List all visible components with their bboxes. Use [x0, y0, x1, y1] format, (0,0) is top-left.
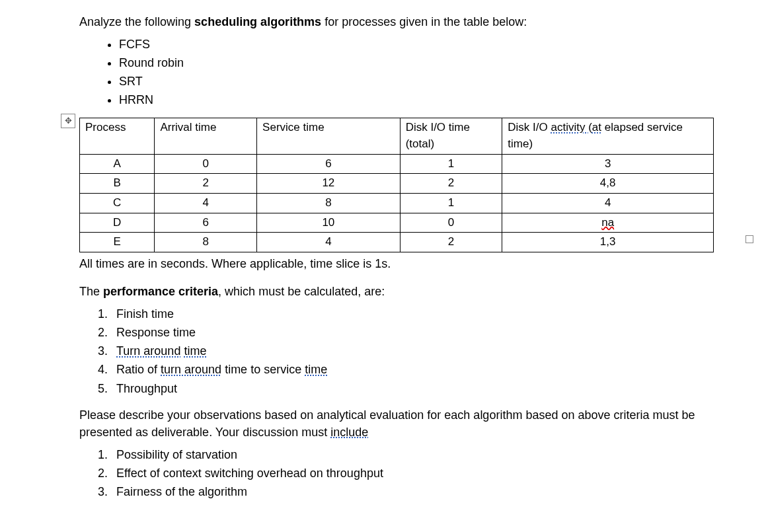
- col-disk-io-total: Disk I/O time (total): [400, 118, 502, 154]
- perf-prefix: The: [79, 285, 103, 298]
- list-item: Ratio of turn around time to service tim…: [111, 361, 744, 378]
- perf-bold: performance criteria: [103, 285, 218, 298]
- cell-io: 2: [400, 233, 502, 252]
- list-item: Effect of context switching overhead on …: [111, 465, 744, 482]
- cell-process: E: [80, 233, 155, 252]
- text: Ratio of: [116, 363, 161, 376]
- list-item: Fairness of the algorithm: [111, 483, 744, 500]
- cell-service: 6: [257, 154, 401, 174]
- criteria-list: Finish time Response time Turn around ti…: [111, 305, 744, 397]
- text: time to service: [221, 363, 305, 376]
- cell-arrival: 2: [155, 174, 257, 194]
- cell-process: D: [80, 213, 155, 233]
- cell-service: 4: [257, 233, 401, 252]
- list-item: FCFS: [119, 36, 744, 53]
- grammar-underlined: time: [184, 344, 206, 358]
- table-body: A 0 6 1 3 B 2 12 2 4,8 C 4 8 1 4 D: [80, 154, 714, 252]
- cell-process: C: [80, 194, 155, 213]
- list-item: HRRN: [119, 91, 744, 108]
- col-disk-io-activity: Disk I/O activity (at elapsed service ti…: [502, 118, 714, 154]
- grammar-underlined: time: [305, 363, 327, 376]
- table-row: C 4 8 1 4: [80, 194, 714, 213]
- list-item: Round robin: [119, 54, 744, 71]
- intro-paragraph: Analyze the following scheduling algorit…: [79, 13, 744, 30]
- cell-activity: 4,8: [502, 174, 714, 194]
- cell-process: A: [80, 154, 155, 174]
- grammar-underlined: include: [330, 426, 368, 439]
- cell-activity: 1,3: [502, 233, 714, 252]
- grammar-underlined: turn around: [161, 363, 221, 376]
- table-move-handle-icon[interactable]: ✥: [61, 114, 75, 128]
- table-row: A 0 6 1 3: [80, 154, 714, 174]
- performance-intro: The performance criteria, which must be …: [79, 283, 744, 300]
- header-text: Disk I/O: [508, 121, 551, 133]
- list-item: SRT: [119, 73, 744, 90]
- table-row: B 2 12 2 4,8: [80, 174, 714, 194]
- list-item: Possibility of starvation: [111, 446, 744, 463]
- header-underlined: activity: [551, 121, 588, 133]
- intro-prefix: Analyze the following: [79, 15, 194, 28]
- cell-io: 1: [400, 154, 502, 174]
- cell-service: 8: [257, 194, 401, 213]
- col-arrival: Arrival time: [155, 118, 257, 154]
- process-table-container: ✥ Process Arrival time Service time Disk…: [79, 118, 744, 252]
- cell-arrival: 4: [155, 194, 257, 213]
- header-underlined: at: [592, 121, 601, 133]
- cell-activity: 4: [502, 194, 714, 213]
- cell-service: 10: [257, 213, 401, 233]
- discussion-list: Possibility of starvation Effect of cont…: [111, 446, 744, 500]
- table-row: E 8 4 2 1,3: [80, 233, 714, 252]
- list-item: Throughput: [111, 380, 744, 397]
- list-item: Response time: [111, 324, 744, 341]
- intro-bold: scheduling algorithms: [194, 15, 321, 28]
- perf-suffix: , which must be calculated, are:: [218, 285, 385, 298]
- col-service: Service time: [257, 118, 401, 154]
- cell-arrival: 0: [155, 154, 257, 174]
- cell-io: 1: [400, 194, 502, 213]
- list-item: Finish time: [111, 305, 744, 323]
- cell-service: 12: [257, 174, 401, 194]
- grammar-underlined: Turn around: [116, 344, 180, 358]
- cell-io: 0: [400, 213, 502, 233]
- process-table: Process Arrival time Service time Disk I…: [79, 118, 714, 252]
- table-header-row: Process Arrival time Service time Disk I…: [80, 118, 714, 154]
- cell-activity: 3: [502, 154, 714, 174]
- observations-paragraph: Please describe your observations based …: [79, 406, 744, 441]
- table-row: D 6 10 0 na: [80, 213, 714, 233]
- table-note: All times are in seconds. Where applicab…: [79, 255, 744, 272]
- cell-io: 2: [400, 174, 502, 194]
- text: Please describe your observations based …: [79, 408, 695, 439]
- cell-process: B: [80, 174, 155, 194]
- table-resize-handle-icon[interactable]: [745, 235, 753, 243]
- intro-suffix: for processes given in the table below:: [321, 15, 527, 28]
- cell-activity: na: [502, 213, 714, 233]
- algorithms-list: FCFS Round robin SRT HRRN: [119, 36, 744, 108]
- list-item: Turn around time: [111, 342, 744, 360]
- col-process: Process: [80, 118, 155, 154]
- cell-arrival: 8: [155, 233, 257, 252]
- spellcheck-error: na: [601, 216, 614, 229]
- cell-arrival: 6: [155, 213, 257, 233]
